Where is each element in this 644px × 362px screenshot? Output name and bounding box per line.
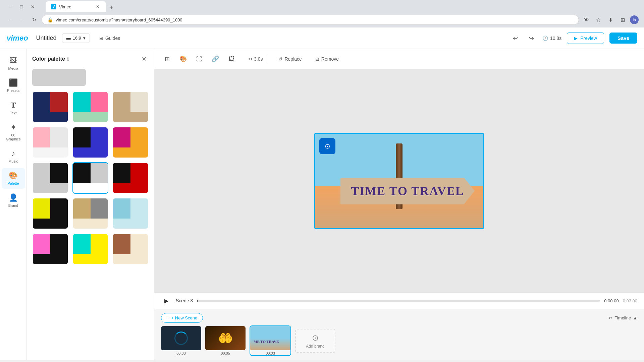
app-toolbar: vimeo Untitled ▬ 16:9 ▾ ⊞ Guides ↩ ↪ 🕐 1…: [0, 27, 644, 49]
project-title[interactable]: Untitled: [36, 35, 57, 42]
palette-card-3[interactable]: [112, 91, 149, 123]
palette-close-button[interactable]: ✕: [139, 54, 149, 64]
palette-card-5[interactable]: [72, 127, 109, 158]
palette-swatch-12: [113, 198, 148, 219]
aspect-ratio-selector[interactable]: ▬ 16:9 ▾: [62, 33, 90, 43]
forward-button[interactable]: →: [17, 15, 27, 24]
refresh-button[interactable]: ↻: [30, 15, 39, 24]
save-button[interactable]: Save: [609, 33, 637, 44]
sidebar-item-brand[interactable]: 👤 Brand: [2, 190, 25, 211]
add-brand-button[interactable]: ⊙ Add brand: [295, 329, 335, 353]
palette-card-8[interactable]: [72, 162, 109, 194]
url-bar[interactable]: 🔒 vimeo.com/create/customize?hash=storyb…: [42, 15, 579, 25]
sidebar-label-palette: Palette: [7, 181, 19, 185]
browser-titlebar: ─ □ ✕ V Vimeo ✕ +: [0, 0, 644, 13]
vimeo-logo: vimeo: [7, 34, 28, 43]
color-wheel-button[interactable]: 🎨: [177, 53, 189, 65]
fullscreen-button[interactable]: ⛶: [193, 53, 205, 65]
close-window-button[interactable]: ✕: [28, 2, 38, 11]
tab-title: Vimeo: [59, 4, 71, 9]
profile-icon[interactable]: In: [630, 15, 639, 24]
scene-thumbnail-2[interactable]: 🤲 00:05: [205, 326, 246, 355]
sidebar-item-music[interactable]: ♪ Music: [2, 146, 25, 167]
palette-card-2[interactable]: [72, 91, 109, 123]
replace-button[interactable]: ↺ Replace: [274, 54, 306, 64]
scene-3-image: ME TO TRAVE: [250, 326, 290, 350]
palette-card-4[interactable]: [32, 127, 68, 158]
presets-icon: ⬛: [9, 78, 18, 87]
time-current: 0:00.00: [604, 298, 619, 303]
sidebar-label-music: Music: [8, 159, 18, 163]
maximize-button[interactable]: □: [17, 2, 26, 11]
palette-card-12[interactable]: [112, 198, 149, 229]
download-icon[interactable]: ⬇: [606, 15, 615, 24]
window-controls: ─ □ ✕: [5, 2, 38, 11]
sidebar-label-graphics: 88 Graphics: [4, 133, 22, 141]
palette-swatch-8: [73, 163, 108, 183]
palette-card-11[interactable]: [72, 198, 109, 229]
sidebar-label-presets: Presets: [7, 88, 19, 93]
canvas-image: TIME TO TRAVEL ⊙: [315, 134, 483, 228]
sidebar-item-graphics[interactable]: ✦ 88 Graphics: [2, 120, 25, 144]
palette-card-14[interactable]: [72, 233, 109, 265]
scene-thumbnail-1[interactable]: 00:03: [161, 326, 201, 355]
link-button[interactable]: 🔗: [209, 53, 221, 65]
replace-overlay-icon: ⊙: [325, 142, 330, 150]
palette-swatch-4: [33, 127, 68, 147]
palette-card-7[interactable]: [32, 162, 68, 194]
preview-button[interactable]: ▶ Preview: [567, 33, 604, 44]
palette-card-1[interactable]: [32, 91, 68, 123]
palette-card-10[interactable]: [32, 198, 68, 229]
timeline-track[interactable]: [197, 300, 600, 302]
plus-icon: +: [167, 315, 169, 320]
remove-button[interactable]: ⊟ Remove: [311, 54, 343, 64]
timeline-toggle-button[interactable]: ✂ Timeline ▲: [609, 315, 637, 320]
timeline-icon: ✂: [609, 315, 612, 320]
palette-icon: 🎨: [9, 171, 18, 180]
image-button[interactable]: 🖼: [225, 53, 237, 65]
bookmark-icon[interactable]: ☆: [594, 15, 603, 24]
canvas-replace-overlay-button[interactable]: ⊙: [319, 138, 335, 154]
travel-content: TIME TO TRAVEL: [315, 134, 483, 228]
new-scene-button[interactable]: + + New Scene: [161, 313, 203, 323]
guides-button[interactable]: ⊞ Guides: [95, 34, 124, 43]
canvas-duration-display: ✂ 3.0s: [249, 56, 263, 62]
redo-button[interactable]: ↪: [526, 33, 537, 44]
extensions-icon[interactable]: ⊞: [618, 15, 627, 24]
url-text: vimeo.com/create/customize?hash=storyboa…: [56, 17, 573, 22]
add-brand-icon: ⊙: [312, 333, 319, 343]
scene-thumbnail-3[interactable]: ME TO TRAVE 00:03: [250, 325, 291, 356]
new-tab-button[interactable]: +: [107, 3, 116, 12]
grid-view-button[interactable]: ⊞: [161, 53, 173, 65]
palette-info-icon: ℹ: [67, 57, 69, 62]
sidebar-item-text[interactable]: T Text: [2, 97, 25, 118]
tab-close-button[interactable]: ✕: [95, 4, 101, 10]
canvas-preview: TIME TO TRAVEL ⊙: [314, 133, 484, 229]
active-tab[interactable]: V Vimeo ✕: [46, 1, 106, 12]
tab-favicon: V: [51, 4, 56, 9]
scene-label: Scene 3: [176, 298, 193, 303]
palette-card-15[interactable]: [112, 233, 149, 265]
left-sidebar: 🖼 Media ⬛ Presets T Text ✦ 88 Graphics ♪…: [0, 49, 27, 360]
scenes-header: + + New Scene ✂ Timeline ▲: [161, 313, 637, 323]
graphics-icon: ✦: [10, 123, 16, 132]
palette-swatch-15: [113, 234, 148, 254]
eye-off-icon[interactable]: 👁: [582, 15, 591, 24]
palette-swatch-14: [73, 234, 108, 254]
sidebar-item-palette[interactable]: 🎨 Palette: [2, 168, 25, 189]
minimize-button[interactable]: ─: [5, 2, 15, 11]
grid-icon: ⊞: [99, 36, 103, 41]
palette-card-9[interactable]: [112, 162, 149, 194]
undo-button[interactable]: ↩: [510, 33, 521, 44]
canvas-toolbar: ⊞ 🎨 ⛶ 🔗 🖼 ✂ 3.0s ↺ Replace ⊟ Remove: [154, 49, 644, 69]
palette-card-13[interactable]: [32, 233, 68, 265]
sidebar-item-presets[interactable]: ⬛ Presets: [2, 75, 25, 96]
app-container: vimeo Untitled ▬ 16:9 ▾ ⊞ Guides ↩ ↪ 🕐 1…: [0, 27, 644, 360]
total-duration-display: 🕐 10.8s: [542, 36, 561, 41]
back-button[interactable]: ←: [5, 15, 15, 24]
browser-actions: 👁 ☆ ⬇ ⊞ In: [582, 15, 639, 24]
play-pause-button[interactable]: ▶: [161, 295, 172, 306]
scene-1-loading-spinner: [174, 331, 188, 345]
palette-card-6[interactable]: [112, 127, 149, 158]
sidebar-item-media[interactable]: 🖼 Media: [2, 53, 25, 74]
